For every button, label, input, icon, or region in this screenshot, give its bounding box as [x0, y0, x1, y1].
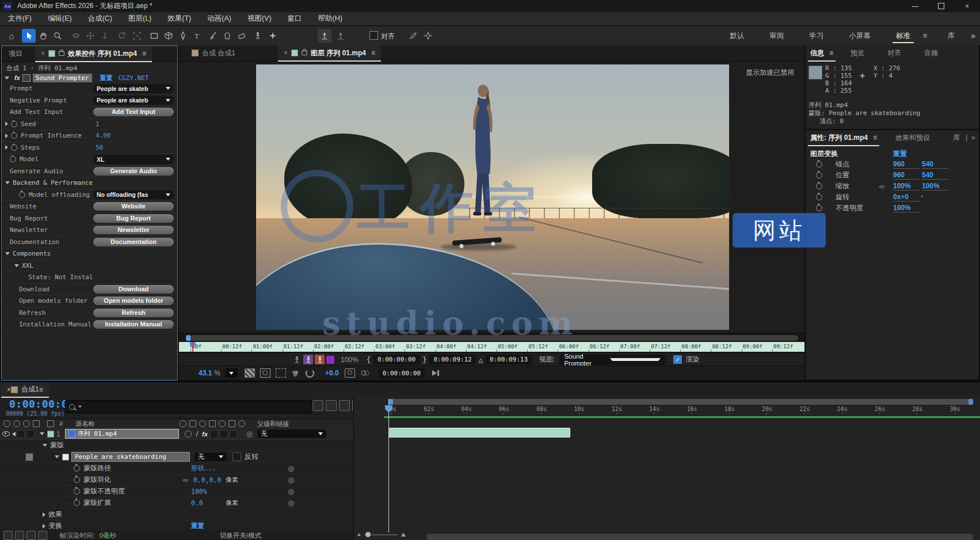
pickwhip-icon[interactable]: ◎: [288, 476, 294, 484]
effect-button[interactable]: Generate Audio: [93, 167, 174, 176]
layer-name[interactable]: 序列 01.mp4: [65, 429, 179, 439]
mask-mode-dropdown[interactable]: 无: [195, 452, 227, 461]
mask-property-row[interactable]: ·蒙版不透明度100%◎: [0, 486, 353, 497]
puppet-pin-tool-icon[interactable]: [251, 29, 265, 43]
menu-item-5[interactable]: 动画(A): [199, 12, 239, 25]
effect-site-link[interactable]: CGZY.NET: [119, 74, 149, 82]
effect-dropdown[interactable]: People are skateb: [93, 96, 174, 105]
close-icon[interactable]: ×: [7, 386, 11, 394]
orbit-camera-tool-icon[interactable]: [69, 29, 83, 43]
effect-button[interactable]: Download: [93, 285, 174, 294]
menu-item-0[interactable]: 文件(F): [0, 12, 40, 25]
stopwatch-icon[interactable]: [74, 477, 80, 483]
timeline-zoom-control[interactable]: [357, 533, 406, 537]
zoom-dropdown[interactable]: [225, 368, 238, 378]
expand-icon[interactable]: [43, 512, 45, 517]
expand-icon[interactable]: [5, 121, 8, 126]
mask-property-row[interactable]: ·蒙版扩展0.0像素◎: [0, 497, 353, 509]
parent-dropdown[interactable]: 无: [257, 429, 326, 438]
stopwatch-icon[interactable]: [816, 172, 822, 178]
tab-align[interactable]: 对齐: [885, 45, 903, 60]
mask-row[interactable]: People are skateboarding 无 反转: [0, 451, 353, 463]
transform-value[interactable]: 960: [893, 160, 920, 169]
duration-time[interactable]: 0:00:09:13: [485, 355, 532, 364]
effect-reset-link[interactable]: 重置: [100, 74, 113, 82]
tab-composition-viewer[interactable]: 合成 合成1: [187, 45, 240, 60]
mask-name[interactable]: People are skateboarding: [71, 452, 190, 462]
stopwatch-icon[interactable]: [11, 121, 17, 127]
zoom-slider-knob[interactable]: [365, 532, 371, 537]
render-checkbox[interactable]: ✓: [673, 355, 682, 364]
mask-feather-tool-icon[interactable]: [406, 29, 420, 43]
menu-item-2[interactable]: 合成(C): [80, 12, 120, 25]
menu-item-4[interactable]: 效果(T): [159, 12, 199, 25]
switch-box[interactable]: [210, 430, 218, 438]
render-queue-icon[interactable]: [38, 531, 47, 540]
close-button[interactable]: ×: [954, 0, 980, 12]
mask-alpha-icon[interactable]: [315, 355, 325, 364]
view-dropdown[interactable]: Sound Prompter: [559, 355, 665, 365]
draft-3d-icon[interactable]: [326, 400, 337, 411]
zoom-out-icon[interactable]: [357, 533, 361, 536]
hand-tool-icon[interactable]: [36, 29, 50, 43]
switch-box[interactable]: [230, 430, 238, 438]
mask-visibility-toggle[interactable]: [25, 453, 33, 461]
effect-button[interactable]: Installation Manual: [93, 320, 174, 329]
masks-group-row[interactable]: 蒙版: [0, 440, 353, 451]
brackets-icon[interactable]: [26, 531, 36, 540]
collapse-icon[interactable]: [5, 252, 10, 255]
stopwatch-icon[interactable]: [10, 156, 16, 162]
home-icon[interactable]: ⌂: [5, 29, 18, 43]
collapse-icon[interactable]: [14, 264, 19, 267]
transform-reset-link[interactable]: 重置: [191, 522, 204, 530]
mask-highlight-icon[interactable]: [303, 355, 313, 364]
mask-property-value[interactable]: 0.0,0.0: [193, 476, 221, 484]
camera-roi-tool-icon[interactable]: [130, 29, 144, 43]
channel-icon[interactable]: [291, 369, 300, 377]
stopwatch-icon[interactable]: [19, 192, 25, 198]
selection-tool-icon[interactable]: [22, 29, 36, 43]
effect-button[interactable]: Website: [93, 202, 174, 211]
tab-library[interactable]: 库: [951, 130, 962, 145]
collapse-icon[interactable]: [5, 181, 10, 184]
stopwatch-icon[interactable]: [74, 500, 80, 506]
workspace-tab-审阅[interactable]: 审阅: [757, 26, 796, 45]
zoom-in-icon[interactable]: [401, 533, 406, 537]
brush-tool-icon[interactable]: [206, 29, 220, 43]
transform-value[interactable]: 540: [922, 171, 948, 180]
effect-value[interactable]: 4.00: [93, 132, 111, 139]
mask-color-swatch[interactable]: [326, 356, 334, 364]
effect-button[interactable]: Newsletter: [93, 226, 174, 234]
panel-menu-icon[interactable]: ≡: [39, 386, 43, 394]
timeline-search-input[interactable]: [65, 400, 312, 413]
mask-visibility-icon[interactable]: [292, 355, 302, 364]
pickwhip-icon[interactable]: ◎: [288, 464, 294, 473]
mask-invert-checkbox[interactable]: [232, 452, 241, 461]
effect-name[interactable]: Sound Prompter: [33, 74, 92, 82]
local-axis-mode-icon[interactable]: [318, 29, 331, 43]
toggle-switches-modes[interactable]: 切换开关/模式: [220, 531, 261, 540]
mask-property-value[interactable]: 0.0: [191, 499, 203, 507]
in-bracket-icon[interactable]: {: [367, 356, 371, 364]
effect-value[interactable]: 1: [93, 120, 100, 128]
tab-project[interactable]: 项目: [2, 46, 29, 61]
exposure-value[interactable]: +0.0: [325, 369, 339, 377]
minimize-button[interactable]: —: [902, 0, 928, 12]
work-area-bar[interactable]: [388, 399, 973, 405]
zoom-value[interactable]: 43.1: [199, 369, 212, 377]
stopwatch-icon[interactable]: [816, 205, 822, 211]
fx-switch-icon[interactable]: fx: [202, 431, 208, 438]
link-icon[interactable]: ∞: [183, 476, 188, 484]
tab-preview[interactable]: 预览: [848, 45, 867, 60]
workspace-tab-标准[interactable]: 标准: [883, 26, 923, 45]
transparency-grid-icon[interactable]: [245, 368, 255, 378]
workspace-tab-默认[interactable]: 默认: [717, 26, 757, 45]
snapshot-camera-icon[interactable]: [345, 368, 355, 378]
panel-menu-icon[interactable]: ≡: [142, 50, 146, 58]
eye-icon[interactable]: [2, 431, 10, 436]
menu-item-7[interactable]: 窗口: [280, 12, 310, 25]
transform-value[interactable]: 100%: [893, 182, 920, 191]
effect-dropdown[interactable]: No offloading (fas: [93, 190, 174, 199]
stopwatch-icon[interactable]: [816, 161, 822, 168]
source-name-column-header[interactable]: 源名称: [75, 420, 94, 428]
